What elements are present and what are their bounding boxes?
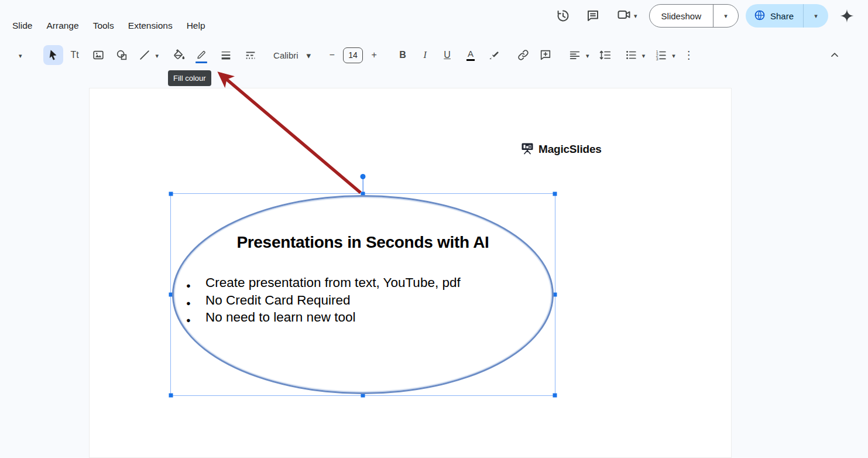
italic-button[interactable]: I (415, 45, 435, 65)
minus-icon: − (329, 50, 334, 60)
join-call-button[interactable]: ▾ (612, 5, 642, 26)
add-comment-button[interactable] (536, 45, 555, 65)
menu-slide[interactable]: Slide (6, 18, 39, 33)
chevron-down-icon: ▾ (19, 52, 22, 59)
resize-handle-top-left[interactable] (169, 192, 173, 196)
camera-dropdown-caret-icon[interactable]: ▾ (634, 13, 637, 19)
fill-colour-tooltip: Fill colour (168, 70, 211, 86)
camera-icon (616, 8, 632, 24)
globe-icon (754, 9, 766, 23)
toolbar: ▾ Tt ▾ (0, 42, 868, 68)
chevron-down-icon: ▾ (642, 52, 646, 59)
chevron-down-icon: ▾ (586, 52, 589, 59)
gemini-button[interactable] (835, 4, 859, 28)
more-options-button[interactable]: ⋮ (681, 45, 697, 65)
menu-bar: Slide Arrange Tools Extensions Help (0, 0, 868, 36)
border-weight-button[interactable] (216, 45, 236, 65)
share-split-button: Share ▾ (746, 4, 828, 28)
numbered-list-dropdown-caret[interactable]: ▾ (671, 51, 677, 60)
line-spacing-button[interactable] (595, 45, 615, 65)
top-right-actions: ▾ Slideshow ▾ Share ▾ (551, 3, 859, 29)
slideshow-dropdown-button[interactable]: ▾ (713, 5, 738, 27)
resize-handle-bottom-right[interactable] (553, 394, 557, 398)
underline-icon: U (444, 50, 451, 60)
bold-button[interactable]: B (393, 45, 413, 65)
highlight-colour-button[interactable] (484, 45, 504, 65)
decrease-font-size-button[interactable]: − (324, 45, 340, 65)
insert-line-button[interactable] (135, 45, 155, 65)
slideshow-split-button: Slideshow ▾ (649, 4, 739, 28)
align-dropdown-caret[interactable]: ▾ (585, 51, 591, 60)
chevron-down-icon: ▾ (307, 51, 311, 60)
ellipse-shape[interactable]: Presentations in Seconds with AI Create … (172, 195, 554, 394)
image-icon (92, 49, 105, 61)
share-dropdown-button[interactable]: ▾ (804, 4, 828, 28)
bullet-item: Create presentation from text, YouTube, … (186, 274, 552, 292)
menu-extensions[interactable]: Extensions (122, 18, 179, 33)
underline-button[interactable]: U (437, 45, 457, 65)
insert-link-button[interactable] (513, 45, 533, 65)
border-weight-icon (219, 49, 232, 61)
line-icon (138, 49, 151, 61)
google-slides-app: Slide Arrange Tools Extensions Help (0, 0, 868, 458)
shape-title: Presentations in Seconds with AI (174, 233, 552, 252)
line-spacing-icon (599, 49, 612, 61)
slide-canvas[interactable]: MagicSlides Presentations in Seconds wit… (89, 88, 732, 458)
shape-icon (115, 49, 128, 61)
rotation-handle[interactable] (361, 174, 366, 179)
hide-menus-button[interactable] (825, 45, 845, 65)
menu-tools[interactable]: Tools (87, 18, 121, 33)
history-icon (555, 9, 569, 23)
magicslides-logo: MagicSlides (520, 141, 602, 158)
border-dash-icon (244, 49, 257, 61)
chevron-down-icon: ▾ (724, 13, 728, 19)
resize-handle-bottom-left[interactable] (169, 394, 173, 398)
numbered-list-icon: 123 (654, 49, 667, 61)
resize-handle-top-right[interactable] (553, 192, 557, 196)
select-tool-button[interactable] (43, 45, 63, 65)
align-left-icon (568, 49, 581, 61)
insert-shape-button[interactable] (112, 45, 132, 65)
text-colour-button[interactable]: A (461, 45, 481, 65)
bulleted-list-dropdown-caret[interactable]: ▾ (641, 51, 647, 60)
fill-colour-button[interactable] (169, 45, 189, 65)
share-label: Share (770, 11, 794, 21)
border-colour-button[interactable] (191, 45, 211, 65)
shape-selection-box[interactable]: Presentations in Seconds with AI Create … (170, 193, 555, 396)
numbered-list-button[interactable]: 123 (651, 45, 671, 65)
bold-icon: B (399, 50, 406, 60)
border-colour-swatch (195, 61, 207, 63)
text-colour-icon: A (466, 49, 475, 61)
border-dash-button[interactable] (241, 45, 260, 65)
italic-icon: I (423, 50, 426, 60)
menu-arrange[interactable]: Arrange (40, 18, 85, 33)
easel-chart-icon (520, 141, 534, 158)
paint-bucket-icon (173, 49, 186, 61)
comment-icon (586, 9, 600, 23)
slideshow-button[interactable]: Slideshow (650, 5, 713, 27)
text-box-tool-button[interactable]: Tt (65, 45, 85, 65)
bulleted-list-icon (625, 49, 637, 61)
chevron-up-icon (829, 49, 840, 61)
chevron-down-icon: ▾ (156, 52, 159, 59)
chevron-down-icon: ▾ (814, 13, 818, 19)
chevron-down-icon: ▾ (672, 52, 675, 59)
cursor-icon (47, 49, 60, 61)
shape-bullet-list: Create presentation from text, YouTube, … (186, 274, 552, 326)
more-vertical-icon: ⋮ (684, 49, 694, 61)
align-button[interactable] (565, 45, 585, 65)
font-family-dropdown[interactable]: Calibri ▾ (269, 48, 315, 63)
zoom-dropdown-caret[interactable]: ▾ (18, 51, 23, 60)
line-dropdown-caret[interactable]: ▾ (155, 51, 160, 60)
svg-text:3: 3 (656, 57, 658, 61)
bullet-item: No Credit Card Required (186, 292, 552, 309)
share-button[interactable]: Share (746, 4, 803, 28)
insert-image-button[interactable] (88, 45, 108, 65)
font-size-input[interactable]: 14 (343, 47, 363, 63)
comments-button[interactable] (581, 4, 605, 28)
add-comment-icon (539, 49, 552, 61)
menu-help[interactable]: Help (180, 18, 212, 33)
increase-font-size-button[interactable]: + (366, 45, 382, 65)
bulleted-list-button[interactable] (621, 45, 641, 65)
version-history-button[interactable] (551, 4, 574, 28)
